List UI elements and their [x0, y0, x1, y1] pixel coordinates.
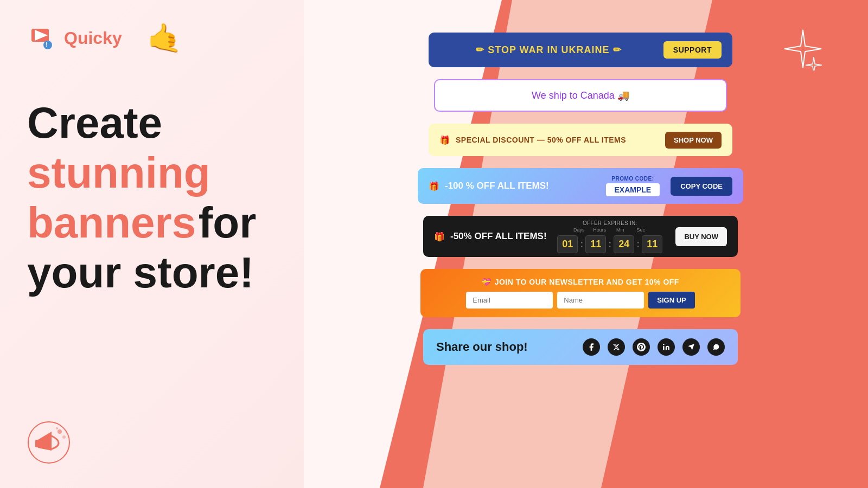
hero-line3-banners: banners	[27, 198, 196, 247]
timer-display: 01 : 11 : 24 : 11	[557, 235, 662, 253]
hours-label: Hours	[591, 227, 608, 233]
pinterest-icon[interactable]	[633, 338, 650, 356]
newsletter-form: SIGN UP	[466, 292, 694, 309]
promo-code-area: PROMO CODE: EXAMPLE	[606, 176, 660, 196]
logo-icon: !	[27, 24, 55, 53]
svg-point-4	[43, 41, 52, 49]
hand-emoji: 🤙	[147, 22, 182, 55]
discount-shop-button[interactable]: SHOP NOW	[665, 132, 722, 149]
countdown-banner: 🎁 -50% OFF ALL ITEMS! OFFER EXPIRES IN: …	[423, 216, 738, 257]
canada-banner: We ship to Canada 🚚	[434, 79, 727, 112]
svg-point-10	[56, 427, 58, 429]
facebook-icon[interactable]	[583, 338, 600, 356]
share-banner: Share our shop!	[423, 329, 738, 365]
discount-banner: 🎁 SPECIAL DISCOUNT — 50% OFF ALL ITEMS S…	[429, 124, 732, 156]
days-label: Days	[571, 227, 587, 233]
whatsapp-icon[interactable]	[707, 338, 725, 356]
logo-text: Quicky	[64, 28, 122, 48]
twitter-x-icon[interactable]	[608, 338, 625, 356]
sparkle-decoration	[781, 27, 825, 73]
canada-banner-text: We ship to Canada 🚚	[532, 89, 629, 101]
hero-line2: stunning	[27, 148, 277, 198]
days-value: 01	[557, 235, 578, 253]
min-value: 24	[614, 235, 634, 253]
newsletter-banner: 💝 JOIN TO OUR NEWSLETTER AND GET 10% OFF…	[420, 269, 741, 317]
telegram-icon[interactable]	[682, 338, 700, 356]
hours-value: 11	[585, 235, 606, 253]
countdown-banner-text: -50% OFF ALL ITEMS!	[450, 231, 552, 242]
name-input[interactable]	[557, 292, 644, 309]
email-input[interactable]	[466, 292, 553, 309]
copy-code-button[interactable]: COPY CODE	[671, 177, 732, 196]
ukraine-banner: ✏ STOP WAR IN UKRAINE ✏ SUPPORT	[429, 33, 732, 67]
discount-icon: 🎁	[439, 135, 450, 145]
sec-value: 11	[642, 235, 662, 253]
share-banner-text: Share our shop!	[436, 340, 572, 354]
signup-button[interactable]: SIGN UP	[648, 292, 694, 309]
promo-icon: 🎁	[429, 181, 439, 191]
newsletter-heart-icon: 💝	[482, 278, 492, 286]
left-panel: ! Quicky 🤙 Create stunning banners for y…	[0, 0, 304, 488]
hero-line3-for: for	[199, 198, 257, 247]
bottom-logo-area	[27, 421, 277, 466]
promo-code-label: PROMO CODE:	[611, 176, 654, 182]
promo-banner-text: -100 % OFF ALL ITEMS!	[445, 181, 601, 191]
newsletter-title: 💝 JOIN TO OUR NEWSLETTER AND GET 10% OFF	[482, 278, 679, 286]
svg-point-8	[58, 429, 62, 434]
newsletter-title-text: JOIN TO OUR NEWSLETTER AND GET 10% OFF	[495, 278, 679, 286]
ukraine-banner-text: ✏ STOP WAR IN UKRAINE ✏	[439, 44, 658, 56]
svg-point-9	[62, 435, 66, 439]
countdown-area: OFFER EXPIRES IN: Days Hours Min Sec 01 …	[557, 220, 662, 253]
discount-banner-text: SPECIAL DISCOUNT — 50% OFF ALL ITEMS	[456, 136, 660, 144]
right-panel: ✏ STOP WAR IN UKRAINE ✏ SUPPORT We ship …	[304, 0, 868, 488]
social-icons-group	[583, 338, 725, 356]
offer-expires-label: OFFER EXPIRES IN:	[583, 220, 637, 226]
logo-area: ! Quicky 🤙	[27, 22, 277, 55]
linkedin-icon[interactable]	[658, 338, 675, 356]
svg-rect-7	[35, 440, 40, 447]
sec-label: Sec	[633, 227, 649, 233]
hero-line4: your store!	[27, 248, 277, 298]
hero-text: Create stunning banners for your store!	[27, 98, 277, 298]
hero-line1: Create	[27, 98, 277, 148]
min-label: Min	[612, 227, 628, 233]
svg-text:!: !	[46, 41, 48, 49]
ukraine-support-button[interactable]: SUPPORT	[663, 41, 722, 59]
buy-now-button[interactable]: BUY NOW	[675, 227, 727, 246]
bottom-megaphone-icon	[27, 421, 71, 464]
svg-point-11	[663, 344, 664, 345]
countdown-icon: 🎁	[434, 232, 445, 242]
promo-code-value: EXAMPLE	[606, 183, 660, 196]
promo-banner: 🎁 -100 % OFF ALL ITEMS! PROMO CODE: EXAM…	[418, 168, 743, 204]
